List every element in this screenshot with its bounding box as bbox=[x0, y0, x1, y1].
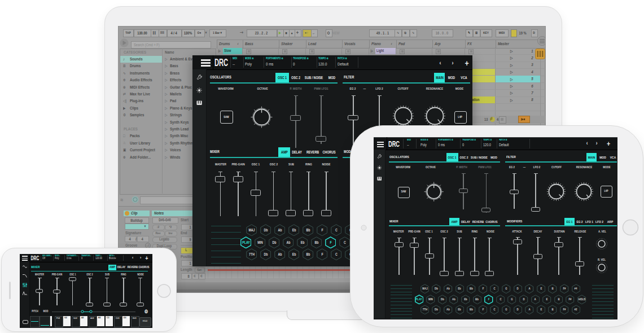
svg-text:↺: ↺ bbox=[146, 244, 150, 248]
